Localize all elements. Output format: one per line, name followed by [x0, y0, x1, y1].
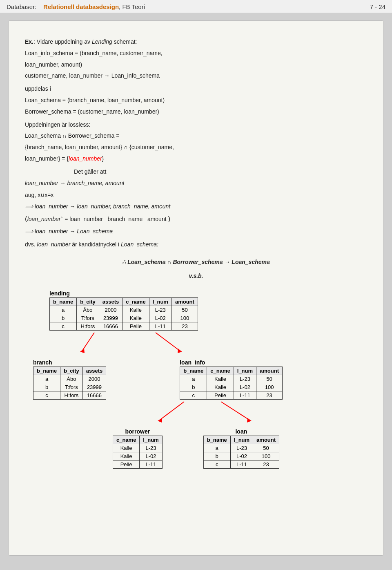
- lending-cell: L-23: [149, 306, 172, 314]
- branch-cell: 2000: [82, 375, 106, 383]
- branch-cell: 16666: [82, 391, 106, 400]
- loan-info-schema-line1: Loan_info_schema = (branch_name, custome…: [25, 49, 367, 58]
- svg-line-4: [160, 402, 184, 420]
- det-galler-text: Det gäller att: [74, 168, 106, 175]
- borrower-row: KalleL-02: [113, 452, 162, 460]
- borrower-header-lnum: l_num: [140, 436, 162, 444]
- lending-header-cname: c_name: [122, 298, 149, 306]
- borrower-cell: L-11: [140, 460, 162, 469]
- branch-cell: T:fors: [60, 383, 83, 391]
- loan-table: b_name l_num amount aL-2350bL-02100cL-11…: [203, 436, 279, 469]
- aug-arrow-text: ⟹ loan_number → loan_number, branch_name…: [25, 203, 170, 210]
- loan-section: loan b_name l_num amount aL-2350bL-02100…: [203, 428, 279, 469]
- loan-info-table: b_name c_name l_num amount aKalleL-2350b…: [180, 367, 283, 400]
- branch-cell: c: [33, 391, 60, 400]
- loan-header-amount: amount: [253, 436, 279, 444]
- loan-row: bL-02100: [203, 452, 279, 460]
- dvs-italic: loan_number: [37, 241, 71, 248]
- lending-cell: Pelle: [122, 322, 149, 331]
- loan-cell: L-23: [230, 444, 253, 452]
- svg-marker-7: [247, 418, 252, 422]
- lossless-line2: {branch_name, loan_number, amount} ∩ {cu…: [25, 143, 367, 152]
- loan-schema-text: Loan_schema = (branch_name, loan_number,…: [25, 97, 165, 103]
- loaninfo-header-cname: c_name: [207, 367, 234, 375]
- arrow-loan-schema-text: ⟹ loan_number → Loan_schema: [25, 228, 113, 235]
- aug-label-line: aug, x∪x=x: [25, 190, 367, 200]
- lending-header-bname: b_name: [50, 298, 77, 306]
- borrower-table: c_name l_num KalleL-23KalleL-02PelleL-11: [113, 436, 163, 469]
- lending-cell: 23: [172, 322, 198, 331]
- paren-plus-sup: +: [60, 215, 63, 219]
- borrower-schema-text: Borrower_schema = (customer_name, loan_n…: [25, 108, 159, 115]
- branch-row: bT:fors23999: [33, 383, 106, 391]
- borrower-cell: Kalle: [113, 452, 139, 460]
- loaninfo-cell: L-02: [234, 383, 256, 391]
- header-prefix: Databaser:: [7, 3, 36, 10]
- loan-header-lnum: l_num: [230, 436, 253, 444]
- uppdelningen-line: Uppdelningen är lossless:: [25, 120, 367, 130]
- dvs-italic2: Loan_schema:: [121, 241, 158, 248]
- lending-header-lnum: l_num: [149, 298, 172, 306]
- branch-cell: 23999: [82, 383, 106, 391]
- borrower-section: borrower c_name l_num KalleL-23KalleL-02…: [113, 428, 163, 469]
- loaninfo-cell: 100: [256, 383, 283, 391]
- lending-table: b_name b_city assets c_name l_num amount…: [49, 297, 198, 331]
- borrower-label: borrower: [113, 428, 163, 435]
- lending-cell: b: [50, 314, 77, 322]
- branch-cell: b: [33, 383, 60, 391]
- aug-arrow-line: ⟹ loan_number → loan_number, branch_name…: [25, 202, 367, 212]
- therefore-line1: ∴ Loan_schema ∩ Borrower_schema → Loan_s…: [25, 257, 367, 267]
- intro-text: : Vidare uppdelning av: [33, 38, 90, 45]
- loaninfo-row: aKalleL-2350: [180, 375, 283, 383]
- paren-loan: loan_number: [27, 216, 61, 222]
- paren-line: (loan_number+ = loan_number branch_name …: [25, 213, 367, 225]
- svg-line-2: [156, 333, 180, 351]
- loan-arrow-branch-text: loan_number → branch_name, amount: [25, 180, 125, 186]
- lending-italic: Lending: [92, 38, 112, 45]
- loaninfo-cell: Kalle: [207, 383, 234, 391]
- loan-cell: c: [203, 460, 230, 469]
- borrower-cell: L-23: [140, 444, 162, 452]
- uppdelningen-text: Uppdelningen är lossless:: [25, 121, 90, 128]
- therefore-text2: v.s.b.: [189, 273, 203, 279]
- branch-loaninfo-row: branch b_name b_city assets aÅbo2000bT:f…: [33, 359, 367, 400]
- paren-eq-text: = loan_number branch_name amount: [65, 216, 166, 222]
- lossless-text3: loan_number} = {: [25, 155, 69, 162]
- lending-cell: 100: [172, 314, 198, 322]
- arrow-loaninfo-to-bottom: [33, 400, 367, 424]
- header-suffix: , FB Teori: [119, 3, 145, 10]
- svg-marker-5: [158, 418, 162, 422]
- loaninfo-cell: c: [180, 391, 207, 400]
- loan-info-section: loan_info b_name c_name l_num amount aKa…: [180, 359, 283, 400]
- loan-cell: b: [203, 452, 230, 460]
- svg-line-6: [221, 402, 249, 420]
- lending-cell: a: [50, 306, 77, 314]
- svg-line-0: [82, 333, 94, 351]
- loaninfo-row: bKalleL-02100: [180, 383, 283, 391]
- loan-arrow-branch-line: loan_number → branch_name, amount: [25, 179, 367, 188]
- arrow-loan-schema-line: ⟹ loan_number → Loan_schema: [25, 227, 367, 237]
- borrower-cell: Kalle: [113, 444, 139, 452]
- branch-section: branch b_name b_city assets aÅbo2000bT:f…: [33, 359, 106, 400]
- loaninfo-cell: 23: [256, 391, 283, 400]
- lending-header-bcity: b_city: [77, 298, 99, 306]
- lending-cell: T:fors: [77, 314, 99, 322]
- paren-close: ): [168, 215, 170, 223]
- det-galler-line: Det gäller att: [74, 167, 367, 177]
- lending-row: aÅbo2000KalleL-2350: [50, 306, 198, 314]
- loan-cell: 100: [253, 452, 279, 460]
- loaninfo-cell: 50: [256, 375, 283, 383]
- branch-label: branch: [33, 359, 106, 366]
- loan-info-label: loan_info: [180, 359, 283, 366]
- svg-marker-1: [80, 349, 85, 353]
- lending-row: cH:fors16666PelleL-1123: [50, 322, 198, 331]
- loan-row: cL-1123: [203, 460, 279, 469]
- tables-section: lending b_name b_city assets c_name l_nu…: [25, 290, 367, 469]
- branch-header-bname: b_name: [33, 367, 60, 375]
- borrower-row: PelleL-11: [113, 460, 162, 469]
- aug-label-text: aug, x∪x=x: [25, 192, 53, 198]
- loaninfo-header-bname: b_name: [180, 367, 207, 375]
- loan-cell: a: [203, 444, 230, 452]
- lossless-line1: Loan_schema ∩ Borrower_schema =: [25, 131, 367, 141]
- header-title: Relationell databasdesign: [43, 3, 119, 10]
